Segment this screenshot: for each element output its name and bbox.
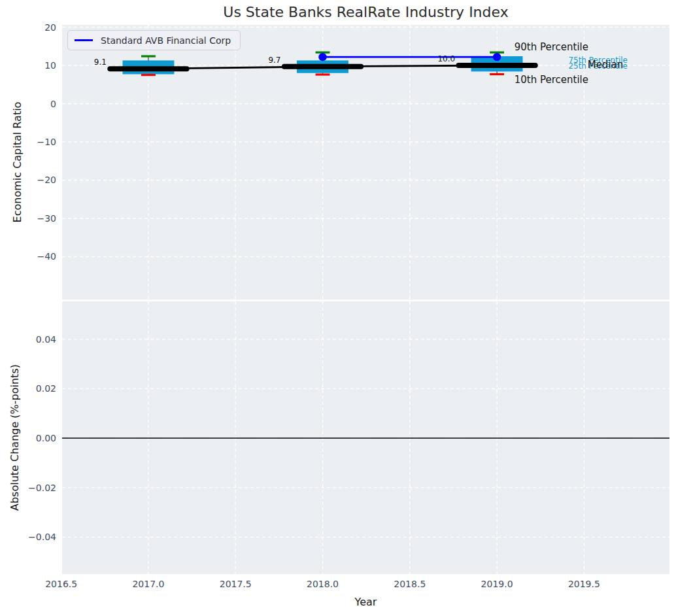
median-value-annotation: 9.7 — [268, 56, 280, 65]
percentile-label: Median — [588, 59, 624, 71]
x-tick-label: 2018.5 — [394, 579, 426, 589]
x-tick-label: 2017.0 — [132, 579, 164, 589]
y-tick-label: −10 — [37, 137, 56, 147]
percentile-label: 10th Percentile — [515, 74, 588, 86]
y-axis-label-economic-capital-ratio: Economic Capital Ratio — [11, 102, 24, 223]
y-tick-label: 10 — [44, 60, 56, 71]
y-tick-label: −30 — [37, 213, 56, 224]
y-tick-label: 0.00 — [36, 433, 56, 443]
y-tick-label: −40 — [37, 251, 56, 262]
y-tick-label: 0 — [50, 99, 56, 109]
x-tick-label: 2019.0 — [481, 579, 513, 589]
company-series-point — [493, 53, 501, 61]
legend-label: Standard AVB Financial Corp — [101, 35, 231, 46]
y-tick-label: 20 — [44, 22, 56, 33]
y-tick-label: −0.04 — [28, 532, 56, 542]
legend-line-icon — [75, 39, 93, 41]
y-tick-label: −20 — [37, 175, 56, 185]
x-tick-label: 2016.5 — [45, 579, 77, 589]
x-tick-label: 2019.5 — [568, 579, 600, 589]
y-tick-label: 0.02 — [36, 383, 56, 394]
x-axis-label-year: Year — [62, 596, 669, 608]
company-series-point — [318, 53, 326, 61]
figure: 20100−10−20−30−409.19.710.090th Percenti… — [0, 0, 676, 616]
y-tick-label: 0.04 — [36, 334, 56, 345]
median-value-annotation: 10.0 — [437, 54, 455, 63]
y-axis-label-absolute-change: Absolute Change (%-points) — [8, 364, 21, 511]
y-tick-label: −0.02 — [28, 483, 56, 493]
median-value-annotation: 9.1 — [94, 58, 107, 67]
x-tick-label: 2018.0 — [307, 579, 339, 589]
x-tick-label: 2017.5 — [220, 579, 252, 589]
chart-title: Us State Banks RealRate Industry Index — [62, 4, 669, 20]
percentile-label: 90th Percentile — [515, 41, 588, 53]
legend: Standard AVB Financial Corp — [67, 30, 241, 50]
chart-canvas: 20100−10−20−30−409.19.710.090th Percenti… — [0, 0, 676, 616]
